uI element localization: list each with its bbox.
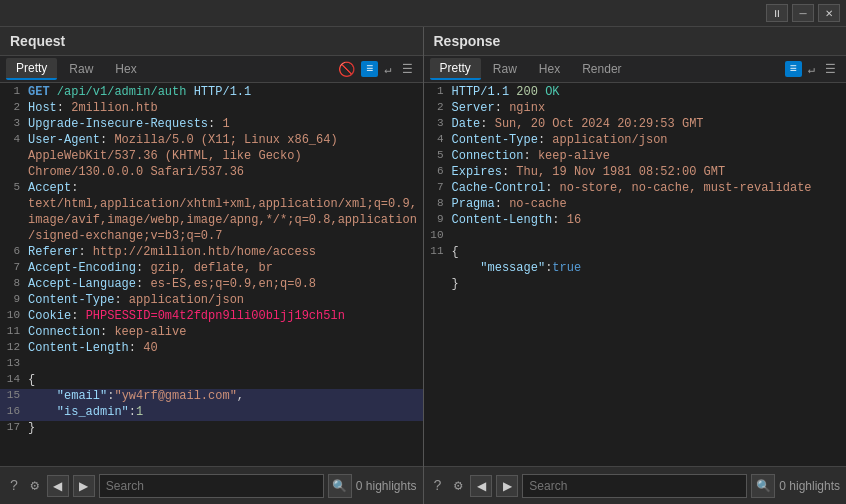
response-filter-icon[interactable]: ≡ xyxy=(785,61,802,77)
response-forward-button[interactable]: ▶ xyxy=(496,475,518,497)
response-line-1: 1 HTTP/1.1 200 OK xyxy=(424,85,847,101)
help-icon[interactable]: ? xyxy=(6,476,22,496)
request-line-5b: text/html,application/xhtml+xml,applicat… xyxy=(0,197,423,213)
request-line-9: 9 Content-Type: application/json xyxy=(0,293,423,309)
tab-request-hex[interactable]: Hex xyxy=(105,59,146,79)
tab-request-pretty[interactable]: Pretty xyxy=(6,58,57,80)
response-search-button[interactable]: 🔍 xyxy=(751,474,775,498)
request-line-11: 11 Connection: keep-alive xyxy=(0,325,423,341)
search-button[interactable]: 🔍 xyxy=(328,474,352,498)
request-line-16: 16 "is_admin":1 xyxy=(0,405,423,421)
request-line-6: 6 Referer: http://2million.htb/home/acce… xyxy=(0,245,423,261)
filter-icon[interactable]: ≡ xyxy=(361,61,378,77)
response-title: Response xyxy=(424,27,847,56)
main-content: Request Pretty Raw Hex 🚫 ≡ ↵ ☰ 1 GET /ap… xyxy=(0,27,846,504)
response-help-icon[interactable]: ? xyxy=(430,476,446,496)
minimize-button[interactable]: ─ xyxy=(792,4,814,22)
response-line-7: 7 Cache-Control: no-store, no-cache, mus… xyxy=(424,181,847,197)
response-bottom-bar: ? ⚙ ◀ ▶ 🔍 0 highlights xyxy=(424,466,847,504)
search-input[interactable] xyxy=(99,474,324,498)
request-line-14: 14 { xyxy=(0,373,423,389)
tab-response-render[interactable]: Render xyxy=(572,59,631,79)
response-back-button[interactable]: ◀ xyxy=(470,475,492,497)
request-line-4a: 4 User-Agent: Mozilla/5.0 (X11; Linux x8… xyxy=(0,133,423,149)
response-line-11: 11 { xyxy=(424,245,847,261)
response-search-input[interactable] xyxy=(522,474,747,498)
response-line-5: 5 Connection: keep-alive xyxy=(424,149,847,165)
request-line-17: 17 } xyxy=(0,421,423,437)
tab-response-raw[interactable]: Raw xyxy=(483,59,527,79)
request-panel: Request Pretty Raw Hex 🚫 ≡ ↵ ☰ 1 GET /ap… xyxy=(0,27,424,504)
response-line-10: 10 xyxy=(424,229,847,245)
request-bottom-bar: ? ⚙ ◀ ▶ 🔍 0 highlights xyxy=(0,466,423,504)
request-line-4c: Chrome/130.0.0.0 Safari/537.36 xyxy=(0,165,423,181)
forward-button[interactable]: ▶ xyxy=(73,475,95,497)
request-title: Request xyxy=(0,27,423,56)
response-wrap-icon[interactable]: ↵ xyxy=(804,60,819,79)
request-line-3: 3 Upgrade-Insecure-Requests: 1 xyxy=(0,117,423,133)
request-line-5d: /signed-exchange;v=b3;q=0.7 xyxy=(0,229,423,245)
request-line-10: 10 Cookie: PHPSESSID=0m4t2fdpn9lli00bljj… xyxy=(0,309,423,325)
request-line-4b: AppleWebKit/537.36 (KHTML, like Gecko) xyxy=(0,149,423,165)
request-line-2: 2 Host: 2million.htb xyxy=(0,101,423,117)
request-line-5c: image/avif,image/webp,image/apng,*/*;q=0… xyxy=(0,213,423,229)
response-line-2: 2 Server: nginx xyxy=(424,101,847,117)
request-code-area[interactable]: 1 GET /api/v1/admin/auth HTTP/1.1 2 Host… xyxy=(0,83,423,466)
window-controls: ⏸ ─ ✕ xyxy=(0,0,846,27)
tab-response-hex[interactable]: Hex xyxy=(529,59,570,79)
response-settings-icon[interactable]: ⚙ xyxy=(450,475,466,496)
response-highlights-badge: 0 highlights xyxy=(779,479,840,493)
response-menu-icon[interactable]: ☰ xyxy=(821,60,840,79)
response-code-area[interactable]: 1 HTTP/1.1 200 OK 2 Server: nginx 3 Date… xyxy=(424,83,847,466)
tab-request-raw[interactable]: Raw xyxy=(59,59,103,79)
wrap-icon[interactable]: ↵ xyxy=(380,60,395,79)
request-line-13: 13 xyxy=(0,357,423,373)
response-line-4: 4 Content-Type: application/json xyxy=(424,133,847,149)
response-line-6: 6 Expires: Thu, 19 Nov 1981 08:52:00 GMT xyxy=(424,165,847,181)
response-line-3: 3 Date: Sun, 20 Oct 2024 20:29:53 GMT xyxy=(424,117,847,133)
tab-response-pretty[interactable]: Pretty xyxy=(430,58,481,80)
request-tab-bar: Pretty Raw Hex 🚫 ≡ ↵ ☰ xyxy=(0,56,423,83)
response-panel: Response Pretty Raw Hex Render ≡ ↵ ☰ 1 H… xyxy=(424,27,847,504)
request-line-8: 8 Accept-Language: es-ES,es;q=0.9,en;q=0… xyxy=(0,277,423,293)
request-line-7: 7 Accept-Encoding: gzip, deflate, br xyxy=(0,261,423,277)
back-button[interactable]: ◀ xyxy=(47,475,69,497)
menu-icon[interactable]: ☰ xyxy=(398,60,417,79)
response-tab-bar: Pretty Raw Hex Render ≡ ↵ ☰ xyxy=(424,56,847,83)
response-line-9: 9 Content-Length: 16 xyxy=(424,213,847,229)
pause-button[interactable]: ⏸ xyxy=(766,4,788,22)
request-line-15: 15 "email":"yw4rf@gmail.com", xyxy=(0,389,423,405)
response-line-close: } xyxy=(424,277,847,293)
response-line-8: 8 Pragma: no-cache xyxy=(424,197,847,213)
close-button[interactable]: ✕ xyxy=(818,4,840,22)
request-line-1: 1 GET /api/v1/admin/auth HTTP/1.1 xyxy=(0,85,423,101)
eye-off-icon[interactable]: 🚫 xyxy=(334,59,359,80)
request-line-12: 12 Content-Length: 40 xyxy=(0,341,423,357)
highlights-badge: 0 highlights xyxy=(356,479,417,493)
settings-icon[interactable]: ⚙ xyxy=(26,475,42,496)
request-line-5a: 5 Accept: xyxy=(0,181,423,197)
response-line-message: "message":true xyxy=(424,261,847,277)
